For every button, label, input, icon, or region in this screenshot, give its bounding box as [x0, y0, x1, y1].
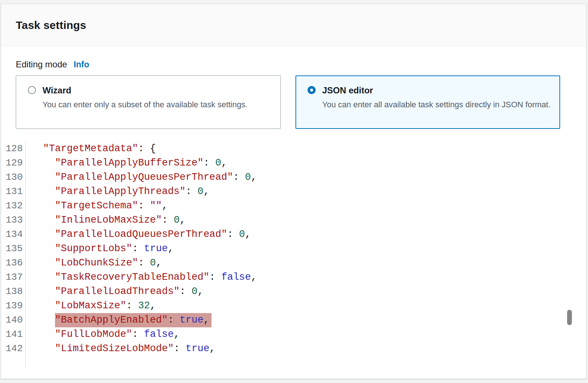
code-span: "ParallelLoadQueuesPerThread": 0, [55, 229, 251, 240]
line-number: 128 [1, 142, 26, 156]
code-line: 130 "ParallelApplyQueuesPerThread": 0, [1, 170, 572, 185]
code-span: "LimitedSizeLobMode": true, [55, 343, 215, 354]
page-title: Task settings [16, 19, 86, 31]
line-number: 132 [1, 199, 26, 213]
code-text: "ParallelApplyQueuesPerThread": 0, [26, 170, 257, 185]
code-text: "SupportLobs": true, [26, 242, 174, 256]
code-text: "TaskRecoveryTableEnabled": false, [26, 270, 257, 285]
wizard-tile-description: You can enter only a subset of the avail… [43, 99, 247, 110]
json-editor-tile-label: JSON editor [322, 85, 551, 96]
code-span: "ParallelApplyBufferSize": 0, [55, 157, 227, 168]
code-text: "TargetSchema": "", [26, 199, 168, 213]
code-span: "TargetSchema": "", [55, 200, 168, 211]
code-line: 137 "TaskRecoveryTableEnabled": false, [1, 270, 572, 285]
wizard-tile[interactable]: Wizard You can enter only a subset of th… [16, 75, 281, 129]
code-line: 128 "TargetMetadata": { [1, 142, 572, 156]
code-line: 138 "ParallelLoadThreads": 0, [1, 285, 572, 299]
line-number: 137 [1, 270, 26, 285]
line-number: 129 [1, 156, 26, 170]
line-number: 133 [1, 213, 26, 227]
code-text: "FullLobMode": false, [26, 327, 180, 342]
wizard-radio-icon[interactable] [28, 86, 36, 94]
line-number: 135 [1, 242, 26, 256]
json-editor-tile[interactable]: JSON editor You can enter all available … [295, 75, 560, 129]
line-number: 134 [1, 227, 26, 242]
code-line: 134 "ParallelLoadQueuesPerThread": 0, [1, 227, 572, 242]
code-line: 136 "LobChunkSize": 0, [1, 256, 572, 270]
code-line: 132 "TargetSchema": "", [1, 199, 572, 213]
code-span: "LobChunkSize": 0, [55, 257, 162, 268]
code-span: "ParallelLoadThreads": 0, [55, 286, 203, 297]
code-line: 135 "SupportLobs": true, [1, 242, 572, 256]
code-text: "ParallelApplyThreads": 0, [26, 185, 209, 199]
json-code-editor[interactable]: 128 "TargetMetadata": {129 "ParallelAppl… [1, 142, 572, 368]
code-span: "LobMaxSize": 32, [55, 300, 156, 311]
json-editor-tile-description: You can enter all available task setting… [322, 99, 551, 110]
line-number: 140 [1, 313, 26, 327]
code-span: "TargetMetadata": { [43, 143, 156, 154]
code-line: 141 "FullLobMode": false, [1, 327, 572, 342]
code-line: 129 "ParallelApplyBufferSize": 0, [1, 156, 572, 170]
line-number: 131 [1, 185, 26, 199]
editing-mode-tiles: Wizard You can enter only a subset of th… [16, 75, 572, 129]
line-number: 138 [1, 285, 26, 299]
code-line: 133 "InlineLobMaxSize": 0, [1, 213, 572, 227]
code-span: "InlineLobMaxSize": 0, [55, 215, 185, 226]
card-body: Editing mode Info Wizard You can enter o… [1, 47, 586, 368]
code-span: "TaskRecoveryTableEnabled": false, [55, 272, 257, 283]
json-editor-radio-icon[interactable] [308, 86, 316, 94]
code-line: 139 "LobMaxSize": 32, [1, 299, 572, 313]
line-number: 130 [1, 170, 26, 185]
task-settings-card: Task settings Editing mode Info Wizard Y… [1, 4, 587, 379]
card-header: Task settings [1, 4, 586, 47]
code-text: "ParallelLoadQueuesPerThread": 0, [26, 227, 251, 242]
code-line: 131 "ParallelApplyThreads": 0, [1, 185, 572, 199]
code-span: "ParallelApplyQueuesPerThread": 0, [55, 172, 257, 183]
wizard-tile-content: Wizard You can enter only a subset of th… [43, 85, 247, 110]
code-text: "LimitedSizeLobMode": true, [26, 342, 215, 356]
scrollbar-thumb[interactable] [567, 310, 572, 325]
line-number: 139 [1, 299, 26, 313]
task-settings-page: { "header": { "title": "Task settings" }… [0, 0, 588, 383]
wizard-tile-label: Wizard [43, 85, 247, 96]
code-text: "ParallelLoadThreads": 0, [26, 285, 203, 299]
code-text: "BatchApplyEnabled": true, [26, 313, 212, 327]
gutter-spacer [1, 356, 572, 368]
code-span: "ParallelApplyThreads": 0, [55, 186, 209, 197]
editing-mode-row: Editing mode Info [16, 59, 572, 70]
radio-dot [310, 89, 313, 92]
code-line: 142 "LimitedSizeLobMode": true, [1, 342, 572, 356]
line-number: 142 [1, 342, 26, 356]
line-number: 141 [1, 327, 26, 342]
code-text: "LobChunkSize": 0, [26, 256, 162, 270]
editing-mode-label: Editing mode [16, 59, 67, 70]
code-span: "FullLobMode": false, [55, 329, 180, 340]
code-text: "LobMaxSize": 32, [26, 299, 156, 313]
code-line: 140 "BatchApplyEnabled": true, [1, 313, 572, 327]
code-span: "SupportLobs": true, [55, 243, 174, 254]
info-link[interactable]: Info [74, 59, 89, 70]
highlighted-span: "BatchApplyEnabled": true, [55, 313, 212, 327]
code-text: "ParallelApplyBufferSize": 0, [26, 156, 227, 170]
code-text: "InlineLobMaxSize": 0, [26, 213, 185, 227]
line-number: 136 [1, 256, 26, 270]
code-text: "TargetMetadata": { [26, 142, 156, 156]
json-editor-tile-content: JSON editor You can enter all available … [322, 85, 551, 110]
